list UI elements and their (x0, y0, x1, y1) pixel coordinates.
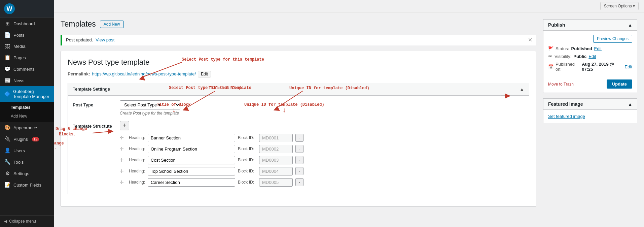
right-sidebar: Publish ▲ Preview Changes 🚩 Status: Publ… (543, 19, 637, 220)
sidebar-item-label: Appearance (13, 125, 37, 130)
drag-handle-icon[interactable]: ✛ (120, 146, 124, 152)
table-row: ✛ Heading: Block ID: - (120, 156, 524, 164)
drag-handle-icon[interactable]: ✛ (120, 168, 124, 174)
block-type-label: Heading: (127, 135, 145, 140)
block-name-input[interactable] (148, 134, 235, 142)
publish-collapse-icon: ▲ (628, 23, 632, 28)
settings-icon: ⚙ (4, 170, 11, 176)
metabox-body: Select Post type for this template Post … (68, 96, 529, 194)
move-to-trash-link[interactable]: Move to Trash (548, 82, 574, 87)
permalink-edit-button[interactable]: Edit (198, 71, 211, 77)
publish-date-field: 📅 Published on: Aug 27, 2019 @ 07:25 Edi… (548, 62, 632, 72)
post-type-label: Post Type (73, 100, 113, 107)
sidebar-item-custom-fields[interactable]: 📝 Custom Fields (0, 179, 54, 191)
sidebar-logo: W (0, 0, 54, 18)
plugins-badge: 12 (32, 137, 39, 141)
sidebar-item-media[interactable]: 🖼 Media (0, 41, 54, 52)
sidebar-item-dashboard[interactable]: ⊞ Dashboard (0, 18, 54, 29)
table-row: ✛ Heading: Block ID: - (120, 134, 524, 142)
posts-icon: 📄 (4, 32, 11, 38)
set-featured-image-link[interactable]: Set featured image (548, 114, 585, 119)
featured-image-metabox: Featured Image ▲ Set featured image (543, 98, 637, 123)
eye-icon: 👁 (548, 54, 552, 59)
block-id-label: Block ID: (238, 158, 256, 162)
block-remove-button[interactable]: - (295, 156, 303, 164)
structure-content: + ✛ Heading: Block ID: - (120, 121, 524, 189)
calendar-icon: 📅 (548, 64, 553, 69)
submenu-add-new[interactable]: Add New (0, 112, 54, 121)
sidebar-item-settings[interactable]: ⚙ Settings (0, 168, 54, 179)
publish-metabox: Publish ▲ Preview Changes 🚩 Status: Publ… (543, 19, 637, 93)
block-id-label: Block ID: (238, 180, 256, 185)
dashboard-icon: ⊞ (4, 21, 11, 27)
table-row: ✛ Heading: Block ID: - (120, 167, 524, 175)
sidebar-item-gutenberg[interactable]: 🔷 Gutenberg Template Manager (0, 86, 54, 102)
publish-title: Publish (548, 22, 565, 28)
block-name-input[interactable] (148, 145, 235, 153)
block-remove-button[interactable]: - (295, 145, 303, 153)
post-type-select[interactable]: Select Post Type ▾ Post Page News (120, 100, 180, 109)
view-post-link[interactable]: View post (96, 37, 114, 42)
table-row: ✛ Heading: Block ID: - (120, 178, 524, 187)
collapse-menu[interactable]: ◀ Collapse menu (0, 215, 54, 227)
publish-actions: Preview Changes (548, 35, 632, 43)
block-id-label: Block ID: (238, 169, 256, 173)
submenu-templates[interactable]: Templates (0, 103, 54, 112)
sidebar-item-label: Comments (13, 67, 35, 72)
featured-image-header[interactable]: Featured Image ▲ (543, 99, 637, 110)
block-id-input (259, 156, 293, 164)
status-edit-link[interactable]: Edit (594, 46, 602, 51)
block-id-input (259, 178, 293, 187)
sidebar-item-posts[interactable]: 📄 Posts (0, 29, 54, 41)
preview-changes-button[interactable]: Preview Changes (593, 35, 632, 43)
content-main: Templates Add New Post updated. View pos… (61, 19, 536, 220)
sidebar-item-comments[interactable]: 💬 Comments (0, 63, 54, 75)
add-block-button[interactable]: + (120, 121, 129, 130)
table-row: ✛ Heading: Block ID: - (120, 145, 524, 153)
publish-status-field: 🚩 Status: Published Edit (548, 46, 632, 51)
sidebar-item-users[interactable]: 👤 Users (0, 145, 54, 156)
sidebar-item-label: Pages (13, 55, 26, 60)
block-name-input[interactable] (148, 178, 235, 187)
notice-close-button[interactable]: ✕ (528, 37, 532, 43)
collapse-label: Collapse menu (9, 219, 36, 224)
pages-icon: 📋 (4, 55, 11, 61)
screen-options-button[interactable]: Screen Options ▾ (600, 2, 639, 10)
block-remove-button[interactable]: - (295, 167, 303, 175)
post-editor-title: News Post type template (68, 58, 529, 67)
content-area: Templates Add New Post updated. View pos… (54, 12, 644, 227)
add-new-button[interactable]: Add New (100, 21, 124, 28)
publish-footer: Move to Trash Update (548, 76, 632, 89)
gutenberg-icon: 🔷 (4, 91, 10, 97)
featured-image-body: Set featured image (543, 110, 637, 123)
sidebar-item-tools[interactable]: 🔧 Tools (0, 156, 54, 168)
block-type-label: Heading: (127, 158, 145, 162)
published-edit-link[interactable]: Edit (625, 64, 632, 69)
drag-handle-icon[interactable]: ✛ (120, 157, 124, 163)
metabox-header[interactable]: Template Settings ▲ (68, 83, 529, 96)
tools-icon: 🔧 (4, 159, 11, 165)
visibility-edit-link[interactable]: Edit (588, 54, 596, 59)
permalink-link[interactable]: https://wp.gitlocal.in/ledning/news-post… (92, 71, 196, 76)
drag-handle-icon[interactable]: ✛ (120, 180, 124, 185)
sidebar-item-news[interactable]: 📰 News (0, 75, 54, 86)
block-remove-button[interactable]: - (295, 178, 303, 186)
sidebar-submenu: Templates Add New (0, 102, 54, 122)
sidebar-item-pages[interactable]: 📋 Pages (0, 52, 54, 63)
update-button[interactable]: Update (607, 79, 632, 89)
sidebar-item-appearance[interactable]: 🎨 Appearance (0, 122, 54, 133)
sidebar-item-label: Plugins (13, 137, 28, 142)
news-icon: 📰 (4, 77, 11, 84)
sidebar-item-plugins[interactable]: 🔌 Plugins 12 (0, 133, 54, 145)
block-name-input[interactable] (148, 167, 235, 175)
block-name-input[interactable] (148, 156, 235, 164)
block-remove-button[interactable]: - (295, 134, 303, 142)
users-icon: 👤 (4, 148, 11, 154)
sidebar-item-label: News (13, 78, 25, 83)
publish-metabox-header[interactable]: Publish ▲ (543, 20, 637, 31)
editor-card: News Post type template Permalink: https… (61, 51, 536, 207)
drag-handle-icon[interactable]: ✛ (120, 135, 124, 140)
post-type-field-row: Post Type Select Post Type ▾ Post Page N… (73, 100, 524, 116)
block-id-input (259, 167, 293, 175)
sidebar-item-label: Settings (13, 171, 29, 176)
